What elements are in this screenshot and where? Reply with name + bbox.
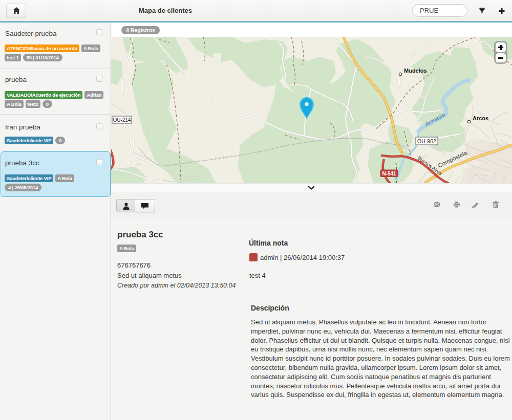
svg-text:OU-214: OU-214 — [113, 117, 131, 123]
svg-text:OU-902: OU-902 — [417, 138, 436, 144]
svg-text:N-541: N-541 — [382, 171, 396, 176]
svg-text:Arcos: Arcos — [473, 115, 488, 121]
svg-text:Mudelos: Mudelos — [404, 68, 427, 74]
